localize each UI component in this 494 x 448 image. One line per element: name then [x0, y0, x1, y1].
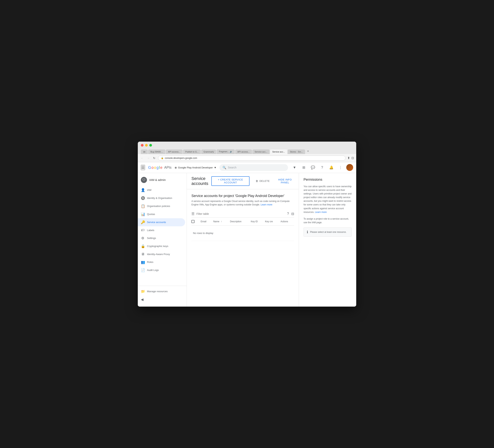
browser-tab[interactable]: Grammarly	[201, 149, 216, 154]
service-accounts-body: Service accounts for project 'Google Pla…	[187, 189, 299, 246]
filter-icon: ☰	[191, 212, 195, 216]
share-button[interactable]: ⬆	[347, 156, 350, 160]
browser-tab[interactable]: API access...	[166, 149, 183, 154]
new-tab-button[interactable]: ⊡	[351, 156, 354, 160]
browser-tab[interactable]: Fragmen... 🔊	[217, 149, 235, 154]
dropdown-search-button[interactable]: ▼	[291, 164, 298, 171]
sidebar-collapse-button[interactable]: ◀	[138, 296, 187, 303]
refresh-button[interactable]: ↻	[152, 156, 156, 160]
browser-tab[interactable]: de	[141, 149, 148, 154]
sidebar-item-label-identity: Identity & Organisation	[147, 197, 172, 199]
delete-label: DELETE	[259, 180, 270, 182]
delete-button[interactable]: 🗑 DELETE	[253, 178, 273, 184]
close-window-button[interactable]	[141, 144, 144, 147]
browser-tabs: deBug 59400:...API access...Publish to G…	[141, 149, 353, 154]
no-rows-row: No rows to display	[191, 225, 294, 241]
browser-tab[interactable]: Stores - Sm...	[288, 149, 305, 154]
sidebar-item-label-iam: IAM	[147, 188, 151, 191]
search-placeholder: Search	[228, 166, 236, 169]
sidebar-item-iap[interactable]: 🖥 Identity-Aware Proxy	[138, 250, 185, 258]
minimize-window-button[interactable]	[145, 144, 148, 147]
sidebar-item-label-quotas: Quotas	[147, 213, 155, 216]
collapse-icon: ◀	[141, 297, 144, 302]
sidebar-item-audit-logs[interactable]: 📄 Audit Logs	[138, 266, 185, 274]
email-column-header[interactable]: Email	[199, 218, 212, 225]
columns-button[interactable]: ⊟	[291, 212, 294, 216]
project-icon: ◉	[174, 166, 177, 169]
hamburger-menu-button[interactable]: ☰	[141, 165, 145, 170]
iap-icon: 🖥	[141, 252, 145, 256]
select-all-checkbox[interactable]	[191, 220, 195, 223]
main-content: Service accounts + CREATE SERVICE ACCOUN…	[187, 173, 299, 307]
info-panel: Permissions You can allow specific users…	[299, 173, 356, 307]
sidebar-item-quotas[interactable]: 📊 Quotas	[138, 210, 185, 218]
info-panel-title: Permissions	[304, 178, 352, 182]
key-created-column-header[interactable]: Key cre	[263, 218, 279, 225]
browser-titlebar: deBug 59400:...API access...Publish to G…	[138, 142, 356, 154]
sidebar-item-crypto-keys[interactable]: 🔒 Cryptographic keys	[138, 242, 185, 250]
search-icon: 🔍	[222, 166, 226, 169]
info-notice: ℹ Please select at least one resource.	[304, 227, 352, 237]
service-accounts-table: Email Name ↑ Description Key ID Key cre …	[191, 218, 294, 241]
sa-page-title: Service accounts for project 'Google Pla…	[191, 194, 294, 198]
browser-tab[interactable]: Publish to G...	[183, 149, 201, 154]
sidebar-item-label-org-policies: Organisation policies	[147, 205, 170, 208]
sidebar-item-service-accounts[interactable]: 🔑 Service accounts	[138, 218, 185, 226]
select-all-column	[191, 218, 199, 225]
help-table-button[interactable]: ?	[287, 212, 289, 216]
sidebar-item-settings[interactable]: ⚙ Settings	[138, 234, 185, 242]
maximize-window-button[interactable]	[149, 144, 152, 147]
add-tab-button[interactable]: +	[306, 149, 311, 154]
project-name: Google Play Android Developer	[178, 166, 213, 169]
create-service-account-button[interactable]: + CREATE SERVICE ACCOUNT	[211, 176, 249, 186]
sidebar-item-roles[interactable]: 👥 Roles	[138, 258, 185, 266]
browser-tab[interactable]: Service acc...	[252, 149, 270, 154]
sidebar-item-org-policies[interactable]: 📋 Organisation policies	[138, 202, 185, 210]
table-toolbar: ☰ ? ⊟	[191, 210, 294, 218]
content-area: Service accounts + CREATE SERVICE ACCOUN…	[187, 173, 356, 307]
more-options-button[interactable]: ⋮	[337, 164, 344, 171]
no-rows-message: No rows to display	[193, 228, 293, 238]
browser-tab[interactable]: Service acc...	[270, 149, 287, 154]
chat-button[interactable]: 💬	[309, 164, 316, 171]
back-button[interactable]: ←	[140, 156, 144, 160]
iam-admin-icon: 🛡	[141, 177, 147, 183]
browser-toolbar: ← → ↻ 🔒 console.developers.google.com ⬆ …	[138, 154, 356, 162]
toolbar-actions: ⬆ ⊡	[347, 156, 354, 160]
learn-more-link[interactable]: Learn more	[261, 203, 272, 206]
info-learn-more-link[interactable]: Learn more	[315, 211, 327, 213]
sidebar-item-identity[interactable]: 🔘 Identity & Organisation	[138, 194, 185, 202]
traffic-lights	[141, 144, 353, 147]
project-selector[interactable]: ◉ Google Play Android Developer ▼	[174, 166, 216, 169]
delete-icon: 🗑	[256, 180, 258, 182]
user-avatar[interactable]	[346, 164, 353, 171]
browser-tab[interactable]: Bug 59400:...	[148, 149, 165, 154]
help-button[interactable]: ?	[319, 164, 326, 171]
hide-info-panel-button[interactable]: HIDE INFO PANEL	[276, 178, 294, 184]
name-column-header[interactable]: Name ↑	[212, 218, 229, 225]
forward-button[interactable]: →	[146, 156, 150, 160]
main-layout: 🛡 IAM & admin 👤 IAM 🔘 Identity & Organis…	[138, 173, 356, 307]
browser-tab[interactable]: API access...	[235, 149, 252, 154]
sidebar-item-labels[interactable]: 🏷 Labels	[138, 226, 185, 234]
filter-table-input[interactable]	[197, 212, 287, 215]
sidebar-item-label-iap: Identity-Aware Proxy	[147, 253, 170, 256]
sidebar-item-iam[interactable]: 👤 IAM	[138, 186, 185, 194]
search-bar[interactable]: 🔍 Search	[219, 164, 288, 171]
sidebar-item-label-audit-logs: Audit Logs	[147, 269, 159, 272]
description-column-header[interactable]: Description	[228, 218, 249, 225]
info-notice-text: Please select at least one resource.	[310, 231, 346, 233]
key-id-column-header[interactable]: Key ID	[249, 218, 263, 225]
app-bar: ☰ Google APIs ◉ Google Play Android Deve…	[138, 162, 356, 173]
sa-description: A service account represents a Google Cl…	[191, 199, 294, 206]
org-policies-icon: 📋	[141, 204, 145, 208]
sidebar-item-label-settings: Settings	[147, 237, 156, 239]
address-bar[interactable]: 🔒 console.developers.google.com	[158, 156, 346, 161]
notifications-button[interactable]: 🔔	[328, 164, 335, 171]
project-dropdown-icon: ▼	[214, 166, 216, 169]
lock-icon: 🔒	[161, 157, 164, 159]
sidebar-item-manage-resources[interactable]: 📁 Manage resources	[138, 287, 185, 296]
apps-grid-button[interactable]: ⊞	[300, 164, 307, 171]
url-display: console.developers.google.com	[165, 157, 197, 160]
info-panel-paragraph2: To assign a project role to a service ac…	[304, 217, 352, 224]
